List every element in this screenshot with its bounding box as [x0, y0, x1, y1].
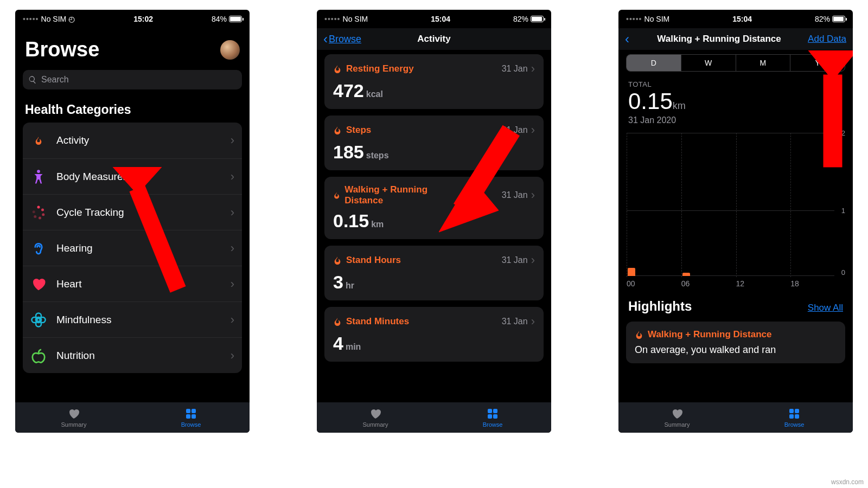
category-nutrition[interactable]: Nutrition ›	[23, 337, 242, 373]
category-activity[interactable]: Activity ›	[23, 123, 242, 158]
phone-detail: •••••No SIM 15:04 82% ‹ Walking + Runnin…	[618, 10, 853, 433]
show-all-button[interactable]: Show All	[808, 303, 843, 313]
chart-bar	[682, 273, 690, 276]
svg-rect-29	[824, 75, 842, 167]
card-value: 3	[333, 272, 343, 292]
chevron-icon: ›	[231, 133, 234, 147]
heart-icon	[30, 276, 47, 292]
total-value: 0.15	[628, 88, 673, 114]
battery-icon	[832, 16, 845, 22]
flame-icon	[635, 330, 643, 339]
svg-rect-18	[488, 409, 492, 413]
add-data-button[interactable]: Add Data	[808, 34, 846, 44]
flame-icon	[333, 317, 342, 326]
avatar[interactable]	[220, 40, 240, 60]
back-button[interactable]: ‹	[625, 31, 630, 47]
tab-label: Summary	[61, 421, 86, 428]
battery-pct: 82%	[815, 15, 830, 23]
tab-browse[interactable]: Browse	[736, 402, 853, 433]
heart-icon	[369, 407, 382, 420]
y-tick: 0	[841, 268, 845, 277]
apple-icon	[30, 348, 47, 364]
tab-summary[interactable]: Summary	[317, 402, 434, 433]
chevron-icon: ›	[231, 206, 234, 220]
highlight-title: Walking + Running Distance	[648, 329, 771, 340]
chevron-icon: ›	[531, 253, 535, 267]
tab-label: Browse	[483, 421, 503, 428]
card-date: 31 Jan	[502, 255, 528, 265]
card-title: Stand Hours	[346, 255, 401, 266]
card-resting-energy[interactable]: Resting Energy31 Jan› 472kcal	[324, 54, 544, 109]
card-value: 472	[333, 80, 364, 101]
card-value: 185	[333, 142, 364, 162]
tab-bar: Summary Browse	[317, 402, 551, 433]
category-label: Nutrition	[56, 350, 221, 362]
x-tick: 12	[736, 279, 745, 288]
svg-point-2	[41, 208, 44, 211]
phone-activity: •••••No SIM 15:04 82% ‹Browse Activity R…	[317, 10, 551, 433]
battery-icon	[229, 16, 242, 22]
clock: 15:04	[431, 15, 450, 23]
back-button[interactable]: ‹Browse	[323, 31, 361, 47]
cycle-icon	[30, 204, 47, 221]
status-bar: •••••No SIM ◴ 15:02 84%	[15, 10, 250, 28]
svg-rect-21	[493, 414, 497, 419]
body-icon	[30, 169, 47, 185]
card-stand-hours[interactable]: Stand Hours31 Jan› 3hr	[324, 246, 544, 300]
search-input[interactable]: Search	[23, 70, 242, 89]
tab-browse[interactable]: Browse	[132, 402, 250, 433]
grid-icon	[184, 407, 197, 420]
search-icon	[28, 75, 37, 84]
card-title: Stand Minutes	[346, 316, 409, 327]
search-placeholder: Search	[41, 75, 69, 85]
highlight-card[interactable]: Walking + Running Distance On average, y…	[626, 322, 845, 363]
x-tick: 06	[681, 279, 690, 288]
tab-summary[interactable]: Summary	[15, 402, 132, 433]
annotation-arrow	[97, 167, 221, 308]
status-bar: •••••No SIM 15:04 82%	[618, 10, 853, 28]
sim-label: No SIM	[343, 15, 368, 23]
clock: 15:04	[732, 15, 752, 23]
ear-icon	[30, 240, 47, 256]
flame-icon	[333, 255, 342, 265]
annotation-arrow	[439, 124, 547, 243]
chevron-icon: ›	[231, 277, 234, 291]
page-title: Browse	[25, 38, 99, 61]
clock: 15:02	[133, 15, 153, 23]
card-title: Steps	[346, 125, 371, 136]
svg-rect-25	[795, 409, 799, 413]
highlight-desc: On average, you walked and ran	[635, 344, 837, 356]
svg-point-4	[39, 216, 41, 219]
x-tick: 18	[790, 279, 799, 288]
svg-rect-26	[789, 414, 794, 419]
card-stand-minutes[interactable]: Stand Minutes31 Jan› 4min	[324, 307, 544, 362]
segment-week[interactable]: W	[681, 55, 736, 71]
svg-point-6	[33, 210, 35, 213]
svg-point-3	[42, 213, 44, 216]
chevron-icon: ›	[231, 349, 234, 363]
card-date: 31 Jan	[502, 64, 528, 74]
navbar: ‹ Walking + Running Distance Add Data	[618, 28, 853, 50]
tab-label: Browse	[181, 421, 201, 428]
svg-rect-15	[192, 414, 196, 419]
x-tick: 00	[627, 279, 635, 288]
chevron-icon: ›	[231, 313, 234, 327]
total-unit: km	[673, 100, 686, 111]
svg-rect-13	[192, 409, 196, 413]
segment-month[interactable]: M	[736, 55, 790, 71]
mindfulness-icon	[30, 312, 47, 328]
phone-browse: •••••No SIM ◴ 15:02 84% Browse Search He…	[15, 10, 250, 433]
segment-day[interactable]: D	[627, 55, 681, 71]
card-unit: min	[346, 342, 361, 351]
battery-pct: 84%	[212, 15, 227, 23]
svg-rect-12	[186, 409, 190, 413]
tab-summary[interactable]: Summary	[618, 402, 736, 433]
svg-rect-19	[493, 409, 497, 413]
flame-icon	[333, 125, 342, 135]
category-label: Activity	[56, 134, 221, 146]
battery-pct: 82%	[513, 15, 528, 23]
card-value: 0.15	[333, 210, 369, 231]
svg-rect-20	[488, 414, 492, 419]
tab-browse[interactable]: Browse	[434, 402, 551, 433]
svg-rect-17	[130, 185, 186, 292]
